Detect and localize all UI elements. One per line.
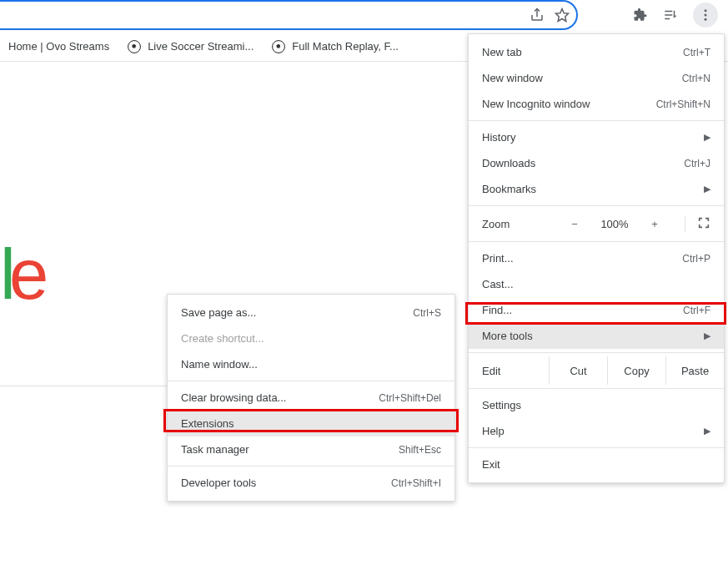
- menu-label: Settings: [482, 399, 710, 411]
- edit-cut-button[interactable]: Cut: [549, 356, 607, 385]
- menu-accel: Shift+Esc: [399, 444, 441, 456]
- chevron-right-icon: ▶: [704, 184, 710, 194]
- soccer-ball-icon: [128, 40, 141, 53]
- menu-label: Print...: [482, 252, 682, 265]
- menu-item-new-window[interactable]: New windowCtrl+N: [469, 65, 724, 91]
- menu-item-downloads[interactable]: DownloadsCtrl+J: [469, 150, 724, 176]
- address-bar[interactable]: [0, 0, 578, 30]
- divider: [0, 386, 167, 386]
- menu-item-cast[interactable]: Cast...: [469, 271, 724, 297]
- menu-item-bookmarks[interactable]: Bookmarks▶: [469, 176, 724, 202]
- menu-label: Cast...: [482, 278, 710, 290]
- google-letter-e: e: [9, 235, 45, 314]
- google-logo-fragment: le: [0, 234, 45, 315]
- menu-accel: Ctrl+P: [682, 253, 710, 265]
- menu-separator: [469, 352, 724, 353]
- menu-label: Find...: [482, 304, 683, 316]
- kebab-icon: [698, 8, 713, 23]
- menu-separator: [469, 447, 724, 448]
- soccer-ball-icon: [272, 40, 285, 53]
- menu-item-incognito[interactable]: New Incognito windowCtrl+Shift+N: [469, 91, 724, 117]
- menu-separator: [168, 381, 454, 381]
- menu-label: Clear browsing data...: [181, 391, 379, 404]
- menu-label: New Incognito window: [482, 98, 656, 110]
- menu-accel: Ctrl+T: [683, 47, 710, 58]
- menu-label: Downloads: [482, 157, 684, 169]
- menu-item-settings[interactable]: Settings: [469, 392, 724, 418]
- bookmark-label: Home | Ovo Streams: [8, 40, 109, 53]
- menu-label: History: [482, 131, 697, 144]
- more-tools-submenu: Save page as...Ctrl+S Create shortcut...…: [167, 294, 455, 502]
- chevron-right-icon: ▶: [704, 426, 710, 436]
- menu-label: Exit: [482, 458, 710, 471]
- zoom-out-button[interactable]: −: [565, 218, 585, 230]
- browser-toolbar: [0, 0, 728, 32]
- browser-main-menu: New tabCtrl+T New windowCtrl+N New Incog…: [468, 33, 725, 483]
- star-icon[interactable]: [555, 8, 570, 23]
- submenu-item-task-manager[interactable]: Task managerShift+Esc: [168, 436, 454, 462]
- menu-accel: Ctrl+Shift+N: [656, 98, 710, 110]
- menu-item-more-tools[interactable]: More tools▶: [469, 323, 724, 349]
- svg-point-4: [705, 9, 707, 12]
- menu-item-print[interactable]: Print...Ctrl+P: [469, 245, 724, 271]
- menu-item-zoom: Zoom − 100% +: [469, 209, 724, 238]
- menu-accel: Ctrl+Shift+I: [391, 477, 441, 489]
- menu-accel: Ctrl+N: [682, 73, 710, 84]
- submenu-item-create-shortcut: Create shortcut...: [168, 325, 454, 351]
- submenu-item-dev-tools[interactable]: Developer toolsCtrl+Shift+I: [168, 470, 454, 496]
- menu-separator: [469, 205, 724, 206]
- menu-accel: Ctrl+J: [684, 158, 710, 169]
- submenu-item-save-page[interactable]: Save page as...Ctrl+S: [168, 300, 454, 325]
- svg-point-6: [705, 18, 707, 21]
- menu-item-exit[interactable]: Exit: [469, 451, 724, 477]
- bookmark-item[interactable]: Full Match Replay, F...: [272, 40, 399, 53]
- menu-label: New window: [482, 72, 682, 84]
- menu-separator: [469, 388, 724, 389]
- menu-separator: [469, 241, 724, 242]
- bookmark-label: Full Match Replay, F...: [292, 40, 399, 53]
- menu-label: Extensions: [181, 417, 441, 430]
- chevron-right-icon: ▶: [704, 330, 710, 341]
- share-icon[interactable]: [530, 8, 545, 23]
- menu-label: Create shortcut...: [181, 332, 441, 345]
- menu-accel: Ctrl+Shift+Del: [379, 392, 441, 404]
- menu-label: Help: [482, 425, 697, 437]
- menu-label: Developer tools: [181, 477, 391, 489]
- menu-item-help[interactable]: Help▶: [469, 418, 724, 444]
- edit-paste-button[interactable]: Paste: [665, 356, 724, 385]
- zoom-in-button[interactable]: +: [645, 218, 665, 230]
- submenu-item-name-window[interactable]: Name window...: [168, 351, 454, 377]
- extensions-icon[interactable]: [633, 8, 648, 23]
- menu-button[interactable]: [693, 3, 718, 28]
- svg-marker-0: [556, 9, 569, 22]
- edit-copy-button[interactable]: Copy: [607, 356, 665, 385]
- bookmark-item[interactable]: Live Soccer Streami...: [128, 40, 254, 53]
- menu-item-new-tab[interactable]: New tabCtrl+T: [469, 39, 724, 65]
- menu-label: Edit: [469, 356, 549, 385]
- submenu-item-clear-data[interactable]: Clear browsing data...Ctrl+Shift+Del: [168, 385, 454, 411]
- menu-item-history[interactable]: History▶: [469, 124, 724, 150]
- menu-label: Task manager: [181, 443, 399, 456]
- menu-label: More tools: [482, 330, 697, 342]
- bookmark-item[interactable]: Home | Ovo Streams: [8, 40, 109, 53]
- menu-label: Zoom: [482, 218, 555, 230]
- menu-label: Name window...: [181, 358, 441, 371]
- menu-item-edit: Edit Cut Copy Paste: [469, 356, 724, 385]
- menu-label: Save page as...: [181, 306, 413, 319]
- menu-separator: [469, 120, 724, 121]
- menu-label: New tab: [482, 46, 683, 58]
- menu-accel: Ctrl+F: [683, 305, 710, 316]
- menu-label: Bookmarks: [482, 183, 697, 195]
- menu-item-find[interactable]: Find...Ctrl+F: [469, 297, 724, 323]
- svg-point-5: [705, 14, 707, 17]
- submenu-item-extensions[interactable]: Extensions: [168, 411, 454, 436]
- fullscreen-button[interactable]: [685, 216, 710, 232]
- menu-accel: Ctrl+S: [413, 307, 441, 319]
- reading-list-icon[interactable]: [663, 8, 678, 23]
- chevron-right-icon: ▶: [704, 132, 710, 143]
- menu-separator: [168, 466, 454, 467]
- bookmark-label: Live Soccer Streami...: [148, 40, 254, 53]
- zoom-value: 100%: [595, 218, 635, 230]
